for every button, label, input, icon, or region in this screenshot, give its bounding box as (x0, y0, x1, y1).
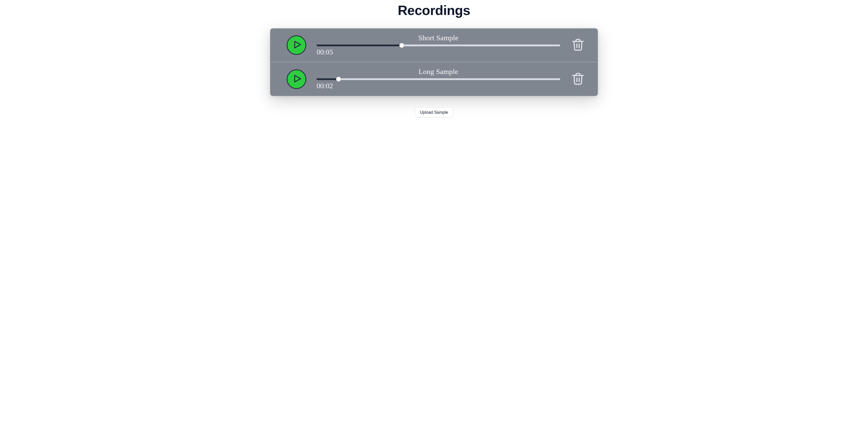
delete-button[interactable] (570, 38, 585, 53)
progress-slider[interactable] (317, 77, 560, 81)
track-name: Long Sample (317, 68, 560, 76)
slider-track (317, 78, 560, 80)
recording-row: Short Sample 00:05 (270, 28, 598, 62)
track-body: Short Sample 00:05 (317, 34, 560, 56)
trash-icon (571, 38, 585, 53)
slider-fill (317, 78, 339, 80)
progress-slider[interactable] (317, 43, 560, 47)
upload-sample-button[interactable]: Upload Sample (415, 107, 453, 118)
play-icon (291, 74, 302, 84)
slider-fill (317, 44, 402, 46)
recording-row: Long Sample 00:02 (270, 62, 598, 96)
upload-section: Upload Sample (234, 107, 634, 118)
track-body: Long Sample 00:02 (317, 68, 560, 90)
track-name: Short Sample (317, 34, 560, 42)
recordings-list: Short Sample 00:05 (270, 28, 598, 96)
play-button[interactable] (287, 69, 306, 89)
slider-thumb[interactable] (399, 43, 404, 48)
play-icon (291, 40, 302, 50)
page-title: Recordings (234, 3, 634, 18)
play-button[interactable] (287, 35, 306, 55)
trash-icon (571, 72, 585, 87)
slider-thumb[interactable] (336, 77, 341, 82)
track-time: 00:05 (317, 48, 560, 57)
delete-button[interactable] (570, 72, 585, 87)
track-time: 00:02 (317, 82, 560, 90)
